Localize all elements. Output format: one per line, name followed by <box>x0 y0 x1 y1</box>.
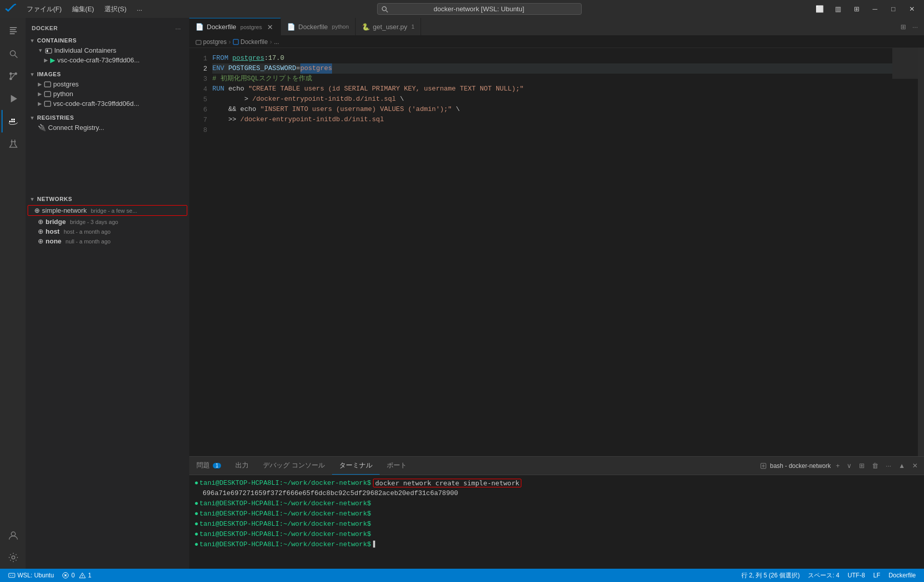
panel-tab-ports[interactable]: ポート <box>380 457 414 475</box>
activity-settings[interactable] <box>2 546 24 569</box>
split-editor-btn[interactable]: ⊞ <box>898 22 908 32</box>
tab-dockerfile-python[interactable]: 📄 Dockerfile python <box>281 18 356 35</box>
activity-test[interactable] <box>2 132 24 155</box>
svg-rect-5 <box>10 33 15 34</box>
code-line-6: && echo "INSERT INTO users (username) VA… <box>212 104 892 115</box>
activity-run[interactable] <box>2 87 24 110</box>
network-bridge[interactable]: ⊕ bridge bridge - 3 days ago <box>26 217 189 227</box>
warning-icon <box>79 572 86 579</box>
panel-tab-terminal[interactable]: ターミナル <box>332 457 380 475</box>
tab-get-user-py[interactable]: 🐍 get_user.py 1 <box>356 18 421 35</box>
tab-right-controls: ⊞ ··· <box>898 18 924 35</box>
activity-docker[interactable] <box>2 110 24 132</box>
menu-edit[interactable]: 編集(E) <box>68 4 98 15</box>
status-errors[interactable]: 0 1 <box>58 569 95 582</box>
status-wsl[interactable]: WSL: Ubuntu <box>4 569 58 582</box>
image-icon-python <box>44 91 51 98</box>
networks-section-header[interactable]: ▼ NETWORKS <box>26 194 189 204</box>
network-none[interactable]: ⊕ none null - a month ago <box>26 236 189 246</box>
title-bar: ファイル(F) 編集(E) 選択(S) ... ⬜ ▥ ⊞ ─ □ ✕ <box>0 0 924 18</box>
activity-search[interactable] <box>2 42 24 65</box>
network-simple-network[interactable]: ⊕ simple-network bridge - a few se... <box>28 206 187 215</box>
line-num-2: 2 <box>189 63 212 74</box>
images-section-header[interactable]: ▼ IMAGES <box>26 69 189 79</box>
status-encoding[interactable]: UTF-8 <box>844 572 869 579</box>
panel-close-btn[interactable]: ✕ <box>910 461 920 471</box>
activity-account[interactable] <box>2 524 24 546</box>
vscode-logo <box>5 4 16 15</box>
status-line-ending[interactable]: LF <box>869 572 885 579</box>
vertical-scrollbar[interactable] <box>918 48 924 456</box>
panel-tabs: 問題 1 出力 デバッグ コンソール ターミナル ポート <box>189 457 924 475</box>
menu-select[interactable]: 選択(S) <box>100 4 130 15</box>
menu-more[interactable]: ... <box>133 4 146 15</box>
close-btn[interactable]: ✕ <box>905 4 919 15</box>
panel-maximize-btn[interactable]: ▲ <box>896 461 907 471</box>
breadcrumb-more[interactable]: ... <box>274 38 279 46</box>
layout-split[interactable]: ⊞ <box>849 4 864 15</box>
terminal-line-2: 696a71e697271659f372f666e65f6dc8bc92c5df… <box>194 488 919 499</box>
containers-section-header[interactable]: ▼ CONTAINERS <box>26 35 189 46</box>
panel-tab-problems[interactable]: 問題 1 <box>189 457 228 475</box>
svg-rect-20 <box>46 49 52 53</box>
breadcrumb-postgres[interactable]: postgres <box>195 38 227 46</box>
panel-problems-label: 問題 <box>196 461 210 470</box>
term-dot-1: ● <box>194 478 199 488</box>
images-chevron: ▼ <box>30 72 35 77</box>
layout-btn[interactable]: ⬜ <box>812 4 827 15</box>
tab-dockerfile-postgres-label: Dockerfile <box>207 23 236 31</box>
line-num-3: 3 <box>189 74 212 84</box>
terminal-trash-btn[interactable]: 🗑 <box>870 461 881 471</box>
sidebar-menu-button[interactable]: ··· <box>173 23 183 33</box>
network-host[interactable]: ⊕ host host - a month ago <box>26 227 189 236</box>
status-position[interactable]: 行 2, 列 5 (26 個選択) <box>737 571 804 580</box>
svg-point-0 <box>382 7 386 11</box>
containers-label: CONTAINERS <box>37 37 76 43</box>
tab-dockerfile-postgres-close[interactable]: ✕ <box>266 23 274 31</box>
panel-tab-debug[interactable]: デバッグ コンソール <box>256 457 332 475</box>
line-ending-label: LF <box>873 572 881 579</box>
problems-badge: 1 <box>213 463 221 468</box>
line-num-8: 8 <box>189 125 212 135</box>
breadcrumb-file-icon <box>233 39 239 45</box>
code-line-8 <box>212 125 892 135</box>
network-icon: ⊕ <box>34 207 40 214</box>
image-item-postgres[interactable]: ▶ postgres <box>26 79 189 89</box>
code-content[interactable]: FROM postgres:17.0 ENV POSTGRES_PASSWORD… <box>212 48 892 456</box>
individual-containers-header[interactable]: ▼ Individual Containers <box>26 46 189 55</box>
panel-tab-output[interactable]: 出力 <box>228 457 256 475</box>
svg-point-10 <box>10 73 12 75</box>
terminal-content[interactable]: ● tani@DESKTOP-HCPA8LI:~/work/docker-net… <box>189 475 924 569</box>
image-item-vsc[interactable]: ▶ vsc-code-craft-73c9ffdd06d... <box>26 99 189 108</box>
sidebar-toggle[interactable]: ▥ <box>831 4 845 15</box>
svg-rect-16 <box>13 119 15 120</box>
svg-point-6 <box>10 51 15 56</box>
breadcrumb-dockerfile[interactable]: Dockerfile <box>233 38 268 46</box>
menu-file[interactable]: ファイル(F) <box>23 4 66 15</box>
connect-registry-item[interactable]: 🔌 Connect Registry... <box>26 123 189 132</box>
position-label: 行 2, 列 5 (26 個選択) <box>741 571 800 580</box>
terminal-icon <box>760 462 767 469</box>
code-editor[interactable]: 1 2 3 4 5 6 7 8 FROM postgres:17.0 <box>189 48 924 456</box>
tab-dockerfile-postgres-icon: 📄 <box>195 23 204 31</box>
terminal-split-btn[interactable]: ⊞ <box>857 461 867 471</box>
activity-explorer[interactable] <box>2 20 24 42</box>
container-item[interactable]: ▶ ▶ vsc-code-craft-73c9ffdd06... <box>26 55 189 65</box>
terminal-prompt-6: tani@DESKTOP-HCPA8LI:~/work/docker-netwo… <box>200 529 371 540</box>
network-simple-detail: bridge - a few se... <box>91 208 137 214</box>
term-dot-7: ● <box>194 540 199 550</box>
more-actions-btn[interactable]: ··· <box>910 22 920 32</box>
status-spaces[interactable]: スペース: 4 <box>804 571 843 580</box>
registries-section-header[interactable]: ▼ REGISTRIES <box>26 113 189 123</box>
activity-git[interactable] <box>2 65 24 87</box>
maximize-btn[interactable]: □ <box>886 4 900 15</box>
sidebar: DOCKER ··· ▼ CONTAINERS ▼ Individual Con… <box>26 18 189 569</box>
status-language[interactable]: Dockerfile <box>885 572 920 579</box>
tab-dockerfile-postgres[interactable]: 📄 Dockerfile postgres ✕ <box>189 18 281 35</box>
terminal-add-btn[interactable]: + <box>834 461 842 471</box>
terminal-dropdown-btn[interactable]: ∨ <box>845 461 854 471</box>
panel-more-btn[interactable]: ··· <box>884 461 893 471</box>
image-item-python[interactable]: ▶ python <box>26 89 189 99</box>
minimize-btn[interactable]: ─ <box>868 4 882 15</box>
search-input[interactable] <box>377 3 582 15</box>
